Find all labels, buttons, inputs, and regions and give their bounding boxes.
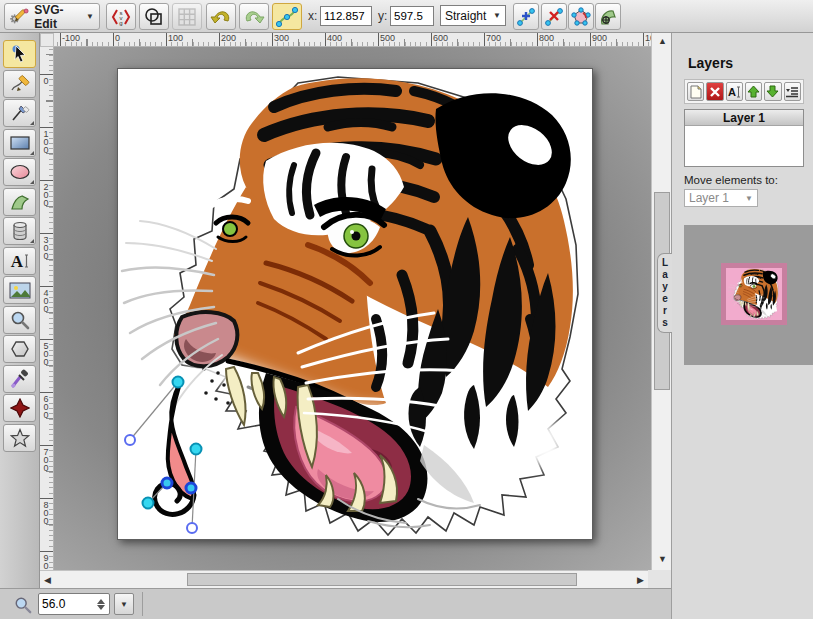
wireframe-button[interactable]: [139, 3, 169, 30]
open-close-path-icon: [571, 7, 591, 27]
ruler-label: 500: [41, 341, 51, 365]
tool-pencil[interactable]: [3, 70, 36, 98]
tool-zoom[interactable]: [3, 306, 36, 334]
zoom-input[interactable]: [42, 595, 88, 613]
path-node[interactable]: [173, 377, 184, 388]
undo-icon: [210, 7, 232, 27]
flyout-arrow: [30, 180, 34, 184]
bezier-nodes-icon: [276, 6, 298, 28]
layer-button-row: A: [684, 79, 804, 104]
layer-list[interactable]: Layer 1: [684, 109, 804, 167]
move-layer-up-button[interactable]: [745, 82, 762, 101]
flyout-arrow: [30, 121, 34, 125]
tool-rectangle[interactable]: [3, 129, 36, 157]
main-menu-button[interactable]: SVG-Edit ▼: [4, 3, 100, 30]
rename-layer-icon: A: [727, 85, 741, 99]
preview-area: [684, 225, 813, 365]
tool-eyedropper[interactable]: [3, 365, 36, 393]
pencil-icon: [10, 74, 30, 94]
tool-line[interactable]: [3, 99, 36, 127]
delete-node-icon: [544, 7, 564, 27]
tool-star[interactable]: [3, 424, 36, 452]
cylinder-icon: [11, 221, 29, 241]
layer-menu-button[interactable]: [784, 82, 801, 101]
spinner-up-icon[interactable]: [97, 599, 105, 604]
clone-node-button[interactable]: [513, 3, 539, 30]
open-close-path-button[interactable]: [568, 3, 594, 30]
tool-shape-library[interactable]: [3, 217, 36, 245]
scroll-down-arrow[interactable]: ▼: [658, 555, 667, 564]
left-toolbar: A: [0, 33, 40, 588]
tool-image[interactable]: [3, 276, 36, 304]
layers-panel-tab[interactable]: Layers: [657, 253, 672, 333]
tool-select[interactable]: [3, 40, 36, 68]
tool-shapes[interactable]: [3, 394, 36, 422]
zoom-preset-dropdown[interactable]: ▼: [114, 593, 134, 615]
horizontal-scrollbar[interactable]: ◀ ▶: [40, 570, 648, 588]
ruler-label: 600: [41, 394, 51, 418]
delete-node-button[interactable]: [541, 3, 567, 30]
tool-text[interactable]: A: [3, 247, 36, 275]
delete-layer-icon: [709, 86, 721, 98]
tool-polygon[interactable]: [3, 335, 36, 363]
rectangle-icon: [9, 134, 31, 152]
x-coordinate-label: x:: [308, 9, 317, 23]
ruler-label: 800: [41, 500, 51, 524]
segment-type-select[interactable]: Straight ▼: [440, 5, 506, 26]
ruler-label: 400: [41, 288, 51, 312]
zoom-spinner[interactable]: [95, 597, 106, 612]
layer-down-icon: [766, 85, 779, 98]
path-node[interactable]: [143, 498, 154, 509]
y-coordinate-input[interactable]: [390, 6, 434, 26]
y-coordinate-label: y:: [378, 9, 387, 23]
move-elements-select[interactable]: Layer 1 ▼: [684, 189, 758, 207]
layer-row-selected[interactable]: Layer 1: [685, 110, 803, 126]
wireframe-shapes-icon: [144, 7, 164, 27]
horizontal-scroll-thumb[interactable]: [187, 573, 577, 586]
path-node[interactable]: [191, 444, 202, 455]
tool-path[interactable]: [3, 188, 36, 216]
zoom-magnifier-icon: [14, 596, 32, 614]
add-subpath-button[interactable]: [595, 3, 621, 30]
bottom-bar: ▼: [0, 588, 671, 619]
ruler-label: 0: [41, 76, 51, 84]
redo-button[interactable]: [239, 3, 269, 30]
delete-layer-button[interactable]: [706, 82, 723, 101]
flyout-arrow: [30, 239, 34, 243]
source-editor-button[interactable]: s v g: [106, 3, 136, 30]
scrollbar-corner: [648, 570, 671, 588]
x-coordinate-input[interactable]: [320, 6, 372, 26]
scroll-up-arrow[interactable]: ▲: [658, 37, 667, 46]
move-elements-value: Layer 1: [689, 191, 729, 205]
control-point-handle[interactable]: [125, 435, 135, 445]
selection-thumbnail[interactable]: [726, 268, 782, 320]
path-node-selected[interactable]: [162, 478, 172, 488]
path-node-selected[interactable]: [186, 483, 196, 493]
canvas-page[interactable]: [117, 68, 593, 540]
main-menu-label: SVG-Edit: [34, 3, 82, 31]
move-layer-down-button[interactable]: [764, 82, 781, 101]
path-edit-overlay[interactable]: [118, 69, 594, 541]
scroll-left-arrow[interactable]: ◀: [44, 576, 51, 585]
ruler-label: 600: [433, 33, 448, 43]
link-control-points-button[interactable]: [272, 3, 302, 30]
ruler-label: 0: [115, 33, 120, 43]
tool-ellipse[interactable]: [3, 158, 36, 186]
layers-panel-title: Layers: [688, 55, 733, 71]
line-pen-icon: [10, 103, 30, 123]
flyout-arrow: [30, 151, 34, 155]
chevron-down-icon: ▼: [745, 194, 753, 203]
undo-button[interactable]: [206, 3, 236, 30]
rename-layer-button[interactable]: A: [726, 82, 743, 101]
spinner-down-icon[interactable]: [97, 605, 105, 610]
chevron-down-icon: ▼: [120, 600, 128, 609]
source-code-icon: s v g: [111, 7, 131, 27]
bottom-bar-separator: [142, 592, 143, 616]
ruler-horizontal: -10001002003004005006007008009001000: [54, 33, 651, 47]
grid-button[interactable]: [172, 3, 202, 30]
chevron-down-icon: ▼: [493, 11, 501, 20]
new-layer-button[interactable]: [687, 82, 704, 101]
workarea[interactable]: [54, 47, 651, 570]
control-point-handle[interactable]: [187, 523, 197, 533]
scroll-right-arrow[interactable]: ▶: [637, 576, 644, 585]
